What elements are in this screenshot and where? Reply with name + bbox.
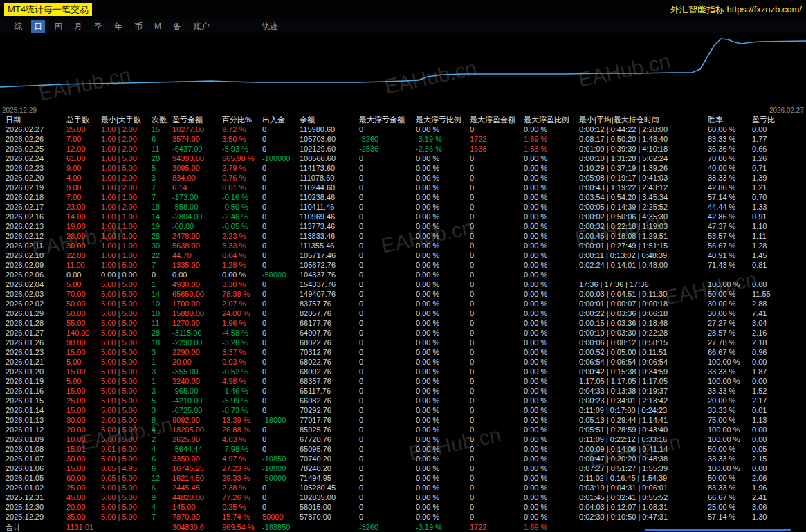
cell-pl-amount: 1335.00 — [172, 260, 222, 270]
cell-pl-ratio: 1.10 — [752, 221, 806, 231]
cell-pl-percent: 1.96 % — [222, 318, 262, 328]
cell-win-rate: 100.00 % — [708, 464, 752, 473]
header-hold-time: 最小|平均|最大持仓时间 — [579, 115, 708, 125]
cell-deposit-withdrawal: 0 — [262, 483, 300, 493]
menu-tab-4[interactable]: 季 — [91, 20, 105, 33]
menu-tab-trajectory[interactable]: 轨迹 — [259, 20, 281, 33]
cell-max-float-loss: 0 — [359, 405, 416, 415]
cell-max-float-loss-pct: 0.00 % — [416, 221, 470, 231]
cell-max-float-loss-pct: 0.00 % — [416, 502, 470, 512]
cell-total-lots: 61.00 — [66, 154, 101, 163]
cell-hold-time — [579, 270, 708, 279]
cell-deposit-withdrawal: 0 — [262, 221, 300, 231]
cell-win-rate: 100.00 % — [708, 376, 752, 386]
cell-balance: 67720.76 — [300, 434, 359, 444]
cell-max-float-loss: 0 — [359, 396, 416, 405]
cell-max-float-profit-pct: 0.00 % — [524, 231, 579, 241]
menu-tab-3[interactable]: 月 — [71, 20, 85, 33]
cell-pl-ratio: 1.28 — [752, 241, 806, 250]
cell-pl-amount: -60.00 — [172, 221, 222, 231]
cell-balance: 85925.76 — [300, 425, 359, 434]
cell-pl-ratio: 11.55 — [752, 289, 806, 299]
cell-pl-amount: -173.00 — [172, 192, 222, 202]
menu-tab-6[interactable]: 币 — [131, 20, 145, 33]
menu-tab-0[interactable]: 综 — [11, 20, 25, 33]
cell-deposit-withdrawal: 0 — [262, 202, 300, 212]
table-row: 2026.01.1220.005.00 | 5.00418205.0026.88… — [0, 425, 806, 434]
menu-tab-8[interactable]: 备 — [170, 20, 184, 33]
table-row: 2026.01.1415.005.00 | 5.003-6725.00-8.73… — [0, 405, 806, 415]
cell-max-float-profit: 0 — [470, 473, 524, 483]
cell-max-float-loss: 0 — [359, 415, 416, 425]
cell-max-float-loss-pct: 0.00 % — [416, 464, 470, 473]
cell-count: 1 — [152, 376, 172, 386]
cell-pl-amount: -558.00 — [172, 202, 222, 212]
cell-total-lots: 25.00 — [66, 396, 101, 405]
cell-minmax-lots: 5.00 | 5.00 — [101, 483, 152, 493]
cell-total-lots: 14.00 — [66, 212, 101, 221]
menu-tab-1[interactable]: 日 — [31, 20, 45, 33]
cell-win-rate: 53.57 % — [708, 231, 752, 241]
brand-link[interactable]: 外汇智能指标 https://fxznzb.com/ — [670, 3, 802, 16]
cell-count: 4 — [152, 502, 172, 512]
table-row: 2026.01.1330.002.00 | 5.0089092.0013.39 … — [0, 415, 806, 425]
cell-deposit-withdrawal: 0 — [262, 192, 300, 202]
cell-max-float-profit: 0 — [470, 289, 524, 299]
cell-pl-amount: -4210.00 — [172, 396, 222, 405]
cell-count: 30 — [152, 241, 172, 250]
cell-minmax-lots: 2.00 | 5.00 — [101, 415, 152, 425]
cell-pl-percent: -2.46 % — [222, 212, 262, 221]
cell-max-float-loss-pct: -3.19 % — [416, 134, 470, 144]
menu-tab-2[interactable]: 周 — [51, 20, 65, 33]
cell-pl-amount: 7870.00 — [172, 512, 222, 522]
cell-deposit-withdrawal: -50000 — [262, 270, 300, 279]
cell-max-float-loss: 0 — [359, 357, 416, 367]
cell-max-float-loss-pct: 0.00 % — [416, 347, 470, 357]
cell-max-float-profit: 0 — [470, 338, 524, 347]
header-deposit-withdrawal: 出入金 — [262, 115, 300, 125]
cell-deposit-withdrawal: 0 — [262, 241, 300, 250]
cell-pl-percent: 0.03 % — [222, 357, 262, 367]
cell-total-lots: 5.00 — [66, 279, 101, 289]
cell-deposit-withdrawal: -18000 — [262, 415, 300, 425]
cell-max-float-profit-pct: 0.00 % — [524, 163, 579, 173]
header-win-rate: 胜率 — [708, 115, 752, 125]
cell-max-float-profit: 0 — [470, 405, 524, 415]
cell-win-rate: 25.00 % — [708, 502, 752, 512]
cell-date: 2026.01.19 — [6, 376, 66, 386]
menu-tab-5[interactable]: 年 — [111, 20, 125, 33]
cell-pl-ratio: 0.00 — [752, 376, 806, 386]
table-row: 2026.01.2015.005.00 | 5.003-355.00-0.52 … — [0, 367, 806, 376]
cell-minmax-lots: 5.00 | 5.00 — [101, 434, 152, 444]
cell-minmax-lots: 0.00 | 0.00 — [101, 270, 152, 279]
cell-pl-ratio: 1.87 — [752, 367, 806, 376]
table-row: 2026.02.1130.001.00 | 1.00305638.005.33 … — [0, 241, 806, 250]
cell-pl-percent: 2.23 % — [222, 231, 262, 241]
cell-max-float-profit: 1722 — [470, 134, 524, 144]
header-minmax-lots: 最小|大手数 — [101, 115, 152, 125]
cell-date: 2026.01.14 — [6, 405, 66, 415]
cell-pl-amount: -6437.00 — [172, 144, 222, 154]
cell-hold-time: 0:02:30 | 0:10:50 | 0:47:31 — [579, 512, 708, 522]
cell-minmax-lots: 0.05 | 5.00 — [101, 473, 152, 483]
menu-tab-9[interactable]: 账户 — [190, 20, 212, 33]
cell-deposit-withdrawal: 0 — [262, 250, 300, 260]
cell-pl-ratio: 0.81 — [752, 260, 806, 270]
cell-balance: 70740.20 — [300, 454, 359, 464]
header-pl-percent: 百分比% — [222, 115, 262, 125]
cell-max-float-profit-pct: 0.00 % — [524, 386, 579, 396]
cell-total-lots: 140.00 — [66, 328, 101, 338]
cell-max-float-profit-pct: 0.00 % — [524, 309, 579, 318]
cell-pl-ratio: 2.16 — [752, 328, 806, 338]
menu-tab-7[interactable]: M — [152, 21, 164, 32]
cell-max-float-loss: 0 — [359, 367, 416, 376]
cell-date: 2026.02.27 — [6, 125, 66, 134]
cell-max-float-loss-pct: 0.00 % — [416, 386, 470, 396]
cell-total-lots: 1131.01 — [66, 522, 101, 532]
cell-date: 合计 — [6, 522, 66, 532]
cell-balance: 110969.46 — [300, 212, 359, 221]
cell-balance: 114173.60 — [300, 163, 359, 173]
cell-count: 7 — [152, 192, 172, 202]
cell-win-rate: 33.33 % — [708, 405, 752, 415]
cell-win-rate: 33.33 % — [708, 454, 752, 464]
